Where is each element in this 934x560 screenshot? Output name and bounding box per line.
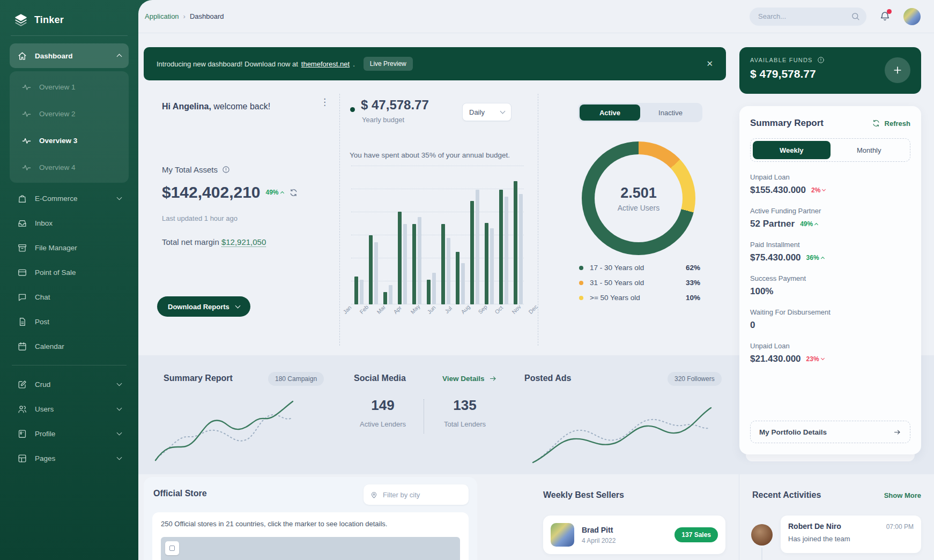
summary-row-label: Active Funding Partner [750,207,910,215]
stat-label: Total Lenders [435,420,495,428]
show-more-link[interactable]: Show More [884,491,921,499]
bar-group-apr [398,166,407,304]
summary-row-label: Unpaid Loan [750,173,910,181]
home-icon [17,51,27,61]
sidebar-item-users[interactable]: Users [10,397,129,421]
refresh-button[interactable]: Refresh [872,119,910,128]
filter-placeholder: Filter by city [383,491,420,499]
sidebar-item-inbox[interactable]: Inbox [10,211,129,235]
overview-section: Hi Angelina, welcome back! ⋮ My Total As… [138,86,731,355]
budget-dot [350,107,355,112]
add-funds-button[interactable] [885,57,910,83]
band-summary-title: Summary Report [164,374,233,383]
sidebar-item-overview-2[interactable]: Overview 2 [10,100,129,127]
map-control-button[interactable] [165,541,179,555]
bar-budget [432,273,436,304]
stat-number: 149 [353,397,413,414]
posted-ads-sparkline [531,397,713,465]
legend-value: 10% [686,294,700,302]
store-map[interactable] [161,537,460,560]
net-margin-value[interactable]: $12,921,050 [221,237,266,247]
banner-text: Introducing new dashboard! Download now … [157,60,298,68]
bar-budget [374,242,378,304]
dashboard-submenu: Overview 1Overview 2Overview 3Overview 4 [10,71,129,183]
sidebar-item-profile[interactable]: Profile [10,421,129,446]
sidebar-divider [11,35,128,36]
summary-row-label: Success Payment [750,274,910,282]
age-donut-chart: 2.501 Active Users [582,141,695,255]
toggle-active[interactable]: Active [580,104,640,121]
sidebar-item-pages[interactable]: Pages [10,446,129,471]
summary-row-value: 0 [750,320,755,331]
bar-budget [360,280,364,304]
notifications-button[interactable] [879,11,891,22]
sidebar-item-chat[interactable]: Chat [10,285,129,309]
active-users-label: Active Users [618,204,660,212]
download-reports-button[interactable]: Download Reports [157,296,250,317]
sidebar-item-crud[interactable]: Crud [10,372,129,397]
bar-group-jul [441,166,450,304]
top-bar: Application › Dashboard Search... [138,0,934,33]
donut-legend: 17 - 30 Years old62%31 - 50 Years old33%… [579,264,700,302]
search-icon [851,12,860,21]
summary-report-panel: Summary Report Refresh Weekly Monthly Un… [739,106,921,454]
main-area: Application › Dashboard Search... Introd… [138,0,934,560]
toggle-inactive[interactable]: Inactive [640,104,701,121]
official-store-title: Official Store [153,489,207,498]
legend-dot [579,281,583,285]
bar-spent [470,201,474,305]
live-preview-button[interactable]: Live Preview [364,57,413,71]
doc-icon [17,317,27,327]
sidebar-item-overview-4[interactable]: Overview 4 [10,154,129,181]
activity-icon [21,109,32,119]
view-details-link[interactable]: View Details [442,375,497,383]
summary-row: Unpaid Loan$21.430.00023% [750,342,910,364]
summary-row-value: 100% [750,286,773,297]
legend-dot [579,266,583,270]
bag-icon [17,193,27,204]
portfolio-details-button[interactable]: My Portfolio Details [750,421,910,443]
announcement-banner: Introducing new dashboard! Download now … [144,47,726,80]
summary-row-delta: 49% [800,220,818,228]
refresh-icon[interactable] [289,188,298,197]
month-label: May [409,304,420,315]
budget-label: Yearly budget [362,116,404,124]
close-icon[interactable]: ✕ [706,59,713,69]
breadcrumb-application[interactable]: Application [145,12,179,20]
sidebar-item-point-of-sale[interactable]: Point of Sale [10,260,129,285]
themeforest-link[interactable]: themeforest.net [301,60,350,68]
month-label: Aug [459,304,470,315]
budget-bar-chart [351,166,524,304]
breadcrumb-separator: › [183,12,186,20]
followers-pill: 320 Followers [668,372,722,386]
sidebar-item-overview-1[interactable]: Overview 1 [10,73,129,100]
sidebar-item-post[interactable]: Post [10,309,129,334]
activity-text: Has joined the team [788,535,914,543]
search-placeholder: Search... [758,12,851,20]
breadcrumb: Application › Dashboard [145,12,224,20]
tab-monthly[interactable]: Monthly [831,141,908,159]
chevron-down-icon [117,455,122,460]
bar-groups [354,166,523,304]
bar-budget [461,263,465,304]
bar-spent [383,292,387,304]
month-label: Sep [477,304,487,315]
month-label: Oct [493,304,504,315]
yearly-budget-block: $ 47,578.77 Yearly budget Daily You have… [339,86,538,355]
filter-city-input[interactable]: Filter by city [364,484,469,505]
activity-icon [21,136,32,146]
sidebar-item-overview-3[interactable]: Overview 3 [10,127,129,154]
tab-weekly[interactable]: Weekly [753,141,831,159]
best-seller-item: Brad Pitt 4 April 2022 137 Sales [543,516,725,554]
search-input[interactable]: Search... [750,8,866,26]
sidebar-item-e-commerce[interactable]: E-Commerce [10,186,129,211]
total-assets-block: Hi Angelina, welcome back! ⋮ My Total As… [138,86,339,355]
bar-spent [499,190,503,304]
range-select[interactable]: Daily [462,103,512,121]
notification-badge [887,9,892,14]
sidebar-item-calendar[interactable]: Calendar [10,334,129,359]
sidebar-item-dashboard[interactable]: Dashboard [10,43,129,68]
kebab-menu-icon[interactable]: ⋮ [320,98,329,108]
sidebar-item-file-manager[interactable]: File Manager [10,235,129,260]
user-avatar[interactable] [903,8,921,25]
